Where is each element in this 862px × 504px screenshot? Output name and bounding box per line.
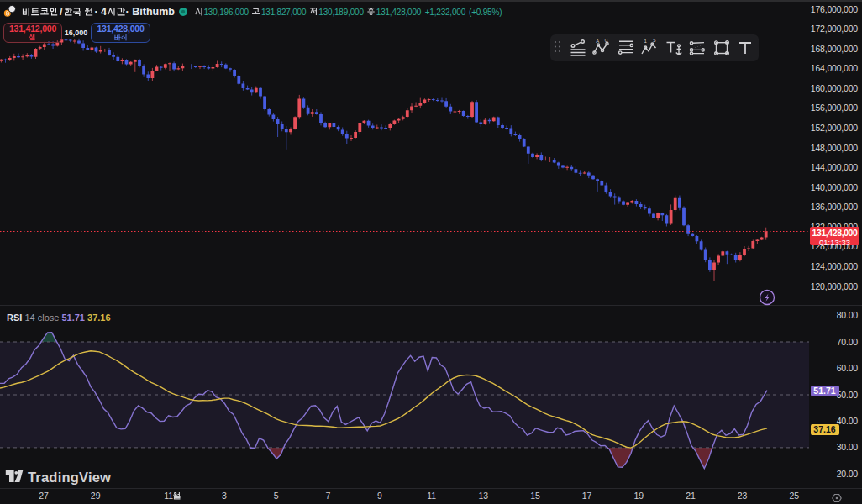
svg-text:5: 5 — [653, 39, 656, 43]
svg-text:C: C — [605, 39, 609, 43]
svg-text:A: A — [596, 39, 599, 44]
svg-text:1: 1 — [644, 39, 648, 44]
